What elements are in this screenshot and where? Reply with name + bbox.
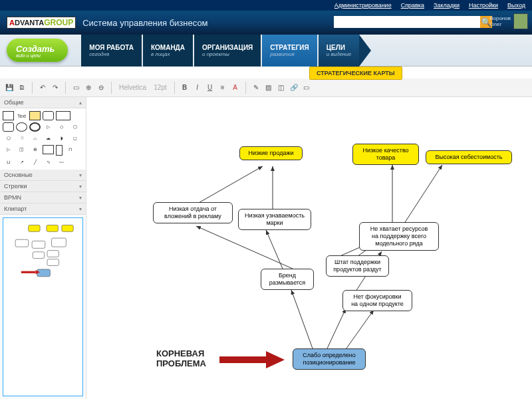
svg-line-15 [402, 165, 442, 227]
nav-my-work[interactable]: МОЯ РАБОТАсегодня [81, 35, 142, 66]
zoom-out-icon[interactable]: ⊖ [96, 82, 106, 93]
palette-cat-arrows[interactable]: Стрелки▾ [0, 181, 86, 192]
shape-circle[interactable] [29, 122, 41, 132]
font-color-icon[interactable]: A [230, 82, 241, 93]
shape-ellipse[interactable] [16, 122, 27, 132]
pencil-icon[interactable]: ✎ [251, 82, 261, 93]
save-as-icon[interactable]: 🗎 [17, 82, 27, 93]
svg-line-16 [266, 230, 283, 269]
shape-rect[interactable] [3, 111, 14, 120]
shape-and[interactable]: ▷ [3, 145, 14, 154]
font-size[interactable]: 12pt [151, 82, 169, 93]
shape-note[interactable] [29, 111, 41, 120]
shape-p2[interactable]: ⊔ [3, 158, 14, 167]
svg-rect-8 [47, 259, 59, 266]
subnav-strategic-maps[interactable]: СТРАТЕГИЧЕСКИЕ КАРТЫ [309, 66, 402, 80]
shape-pentagon[interactable]: ⬠ [3, 134, 14, 143]
shape-or[interactable]: ◫ [16, 145, 27, 154]
diagram-canvas[interactable]: Низкие продажи Низкое качество товара Вы… [86, 97, 532, 399]
shape-wave[interactable]: 〰 [56, 158, 67, 167]
undo-icon[interactable]: ↶ [37, 82, 48, 93]
svg-rect-4 [32, 241, 45, 248]
admin-link[interactable]: Администрирование [334, 2, 392, 9]
shape-cylinder[interactable]: ⌓ [29, 134, 41, 143]
editor-toolbar: 💾 🗎 ↶ ↷ ▭ ⊕ ⊖ Helvetica 12pt B I U ≡ A ✎… [0, 78, 532, 97]
more-icon[interactable]: ▭ [301, 82, 312, 93]
shape-sidebar: Общие▴ Text ▷ ◇ ⬡ ⬠ ☃ ⌓ ☁ ◗ ◻ ▷ ◫ ⊕ ⊓ ⊔ [0, 97, 86, 399]
shape-p1[interactable]: ⊓ [65, 145, 76, 154]
palette-cat-basic[interactable]: Основные▾ [0, 170, 86, 181]
node-root-problem[interactable]: Слабо определено позиционирование [293, 348, 366, 370]
palette-cat-general[interactable]: Общие▴ [0, 97, 86, 108]
nav-goals[interactable]: ЦЕЛИи видение [319, 35, 359, 66]
nav-strategy[interactable]: СТРАТЕГИЯразвития [262, 35, 317, 66]
chevron-down-icon: ▾ [79, 172, 82, 178]
node-low-sales[interactable]: Низкие продажи [239, 146, 303, 160]
node-brand-blur[interactable]: Бренд размывается [261, 269, 314, 290]
node-low-quality[interactable]: Низкое качество товара [352, 144, 419, 165]
user-block[interactable]: Воронов Олег [489, 13, 528, 29]
tagline: Система управления бизнесом [82, 18, 207, 28]
palette-cat-bpmn[interactable]: BPMN▾ [0, 192, 86, 203]
fit-icon[interactable]: ▭ [70, 82, 81, 93]
help-link[interactable]: Справка [401, 2, 424, 9]
shape-hex[interactable]: ⬡ [69, 122, 80, 132]
node-high-cost[interactable]: Высокая себестоимость [426, 150, 512, 164]
nav-org[interactable]: ОРГАНИЗАЦИЯи проекты [194, 35, 261, 66]
shape-doc[interactable]: ◻ [69, 134, 80, 143]
save-icon[interactable]: 💾 [4, 82, 15, 93]
search-input[interactable] [334, 16, 480, 28]
shape-diamond[interactable]: ◇ [56, 122, 67, 132]
logout-link[interactable]: Выход [507, 2, 525, 9]
shape-text[interactable]: Text [16, 111, 27, 120]
palette-general-shapes: Text ▷ ◇ ⬡ ⬠ ☃ ⌓ ☁ ◗ ◻ ▷ ◫ ⊕ ⊓ ⊔ ↗ ╱ ∿ [0, 108, 86, 170]
search-box: 🔍 [334, 16, 492, 28]
node-bloated-staff[interactable]: Штат поддержки продуктов раздут [326, 255, 389, 277]
top-utility-bar: Администрирование Справка Закладки Настр… [0, 0, 532, 11]
shape-callout[interactable]: ◗ [56, 134, 67, 143]
shadow-icon[interactable]: ◫ [276, 82, 287, 93]
svg-line-21 [327, 309, 346, 348]
align-icon[interactable]: ≡ [217, 82, 228, 93]
shape-card[interactable] [43, 145, 54, 154]
shape-actor[interactable]: ☃ [16, 134, 27, 143]
shape-xor[interactable]: ⊕ [29, 145, 41, 154]
fill-icon[interactable]: ▨ [263, 82, 274, 93]
node-low-ad-return[interactable]: Низкая отдача от вложений в рекламу [153, 202, 233, 223]
nav-team[interactable]: КОМАНДАв лицах [143, 35, 193, 66]
create-button[interactable]: Создатьauto и цели [7, 39, 68, 62]
chevron-down-icon: ▾ [79, 206, 82, 212]
node-no-focus[interactable]: Нет фокусировки на одном продукте [342, 290, 412, 311]
redo-icon[interactable]: ↷ [50, 82, 61, 93]
svg-line-20 [291, 290, 313, 348]
bookmarks-link[interactable]: Закладки [434, 2, 460, 9]
settings-link[interactable]: Настройки [469, 2, 498, 9]
svg-rect-9 [37, 269, 51, 277]
shape-arrow[interactable]: ↗ [16, 158, 27, 167]
shape-cloud[interactable]: ☁ [43, 134, 54, 143]
user-name: Воронов Олег [489, 15, 511, 27]
shape-roundrect2[interactable] [3, 122, 14, 132]
node-no-resources[interactable]: Не хватает ресурсов на поддержку всего м… [359, 222, 439, 251]
zoom-in-icon[interactable]: ⊕ [83, 82, 94, 93]
shape-vrect[interactable] [56, 145, 63, 156]
shape-triangle[interactable]: ▷ [43, 122, 54, 132]
shape-curve[interactable]: ∿ [43, 158, 54, 167]
palette-cat-clipart[interactable]: Клипарт▾ [0, 203, 86, 215]
link-icon[interactable]: 🔗 [289, 82, 299, 93]
italic-icon[interactable]: I [192, 82, 203, 93]
underline-icon[interactable]: U [205, 82, 215, 93]
font-select[interactable]: Helvetica [116, 82, 149, 93]
svg-rect-5 [52, 238, 66, 247]
page-thumbnail[interactable] [3, 217, 83, 396]
workspace: Общие▴ Text ▷ ◇ ⬡ ⬠ ☃ ⌓ ☁ ◗ ◻ ▷ ◫ ⊕ ⊓ ⊔ [0, 97, 532, 399]
node-low-awareness[interactable]: Низкая узнаваемость марки [238, 209, 311, 230]
logo-box: ADVANTAGROUP [7, 17, 76, 29]
svg-rect-2 [62, 225, 73, 231]
svg-rect-1 [47, 225, 58, 231]
shape-line[interactable]: ╱ [29, 158, 41, 167]
shape-container[interactable] [56, 111, 70, 120]
shape-roundrect[interactable] [43, 111, 54, 120]
bold-icon[interactable]: B [180, 82, 190, 93]
svg-rect-0 [29, 225, 40, 231]
